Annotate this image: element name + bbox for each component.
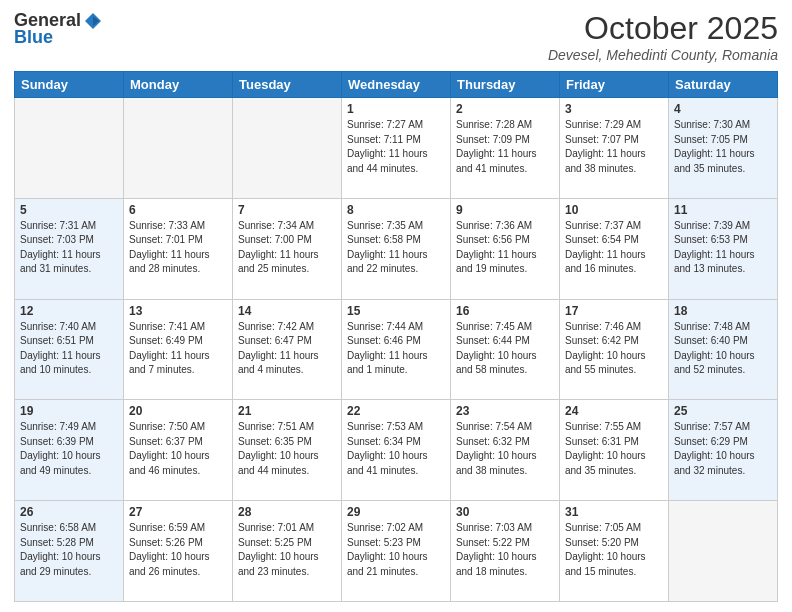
day-headers-row: SundayMondayTuesdayWednesdayThursdayFrid… [15, 72, 778, 98]
day-cell: 14Sunrise: 7:42 AM Sunset: 6:47 PM Dayli… [233, 299, 342, 400]
day-cell: 27Sunrise: 6:59 AM Sunset: 5:26 PM Dayli… [124, 501, 233, 602]
day-info: Sunrise: 7:30 AM Sunset: 7:05 PM Dayligh… [674, 118, 772, 176]
day-info: Sunrise: 7:02 AM Sunset: 5:23 PM Dayligh… [347, 521, 445, 579]
day-number: 26 [20, 505, 118, 519]
col-header-friday: Friday [560, 72, 669, 98]
day-info: Sunrise: 7:49 AM Sunset: 6:39 PM Dayligh… [20, 420, 118, 478]
day-info: Sunrise: 7:51 AM Sunset: 6:35 PM Dayligh… [238, 420, 336, 478]
day-cell: 4Sunrise: 7:30 AM Sunset: 7:05 PM Daylig… [669, 98, 778, 199]
day-number: 13 [129, 304, 227, 318]
day-info: Sunrise: 7:54 AM Sunset: 6:32 PM Dayligh… [456, 420, 554, 478]
day-info: Sunrise: 7:53 AM Sunset: 6:34 PM Dayligh… [347, 420, 445, 478]
day-number: 4 [674, 102, 772, 116]
col-header-thursday: Thursday [451, 72, 560, 98]
calendar-table: SundayMondayTuesdayWednesdayThursdayFrid… [14, 71, 778, 602]
day-number: 17 [565, 304, 663, 318]
day-info: Sunrise: 7:33 AM Sunset: 7:01 PM Dayligh… [129, 219, 227, 277]
day-info: Sunrise: 7:28 AM Sunset: 7:09 PM Dayligh… [456, 118, 554, 176]
day-info: Sunrise: 7:27 AM Sunset: 7:11 PM Dayligh… [347, 118, 445, 176]
day-number: 6 [129, 203, 227, 217]
week-row-1: 1Sunrise: 7:27 AM Sunset: 7:11 PM Daylig… [15, 98, 778, 199]
day-number: 25 [674, 404, 772, 418]
day-cell: 21Sunrise: 7:51 AM Sunset: 6:35 PM Dayli… [233, 400, 342, 501]
day-cell [669, 501, 778, 602]
day-info: Sunrise: 7:29 AM Sunset: 7:07 PM Dayligh… [565, 118, 663, 176]
day-number: 2 [456, 102, 554, 116]
day-cell: 7Sunrise: 7:34 AM Sunset: 7:00 PM Daylig… [233, 198, 342, 299]
day-number: 27 [129, 505, 227, 519]
col-header-monday: Monday [124, 72, 233, 98]
col-header-wednesday: Wednesday [342, 72, 451, 98]
week-row-3: 12Sunrise: 7:40 AM Sunset: 6:51 PM Dayli… [15, 299, 778, 400]
day-cell: 26Sunrise: 6:58 AM Sunset: 5:28 PM Dayli… [15, 501, 124, 602]
day-number: 23 [456, 404, 554, 418]
title-section: October 2025 Devesel, Mehedinti County, … [548, 10, 778, 63]
day-number: 28 [238, 505, 336, 519]
day-number: 21 [238, 404, 336, 418]
day-info: Sunrise: 7:41 AM Sunset: 6:49 PM Dayligh… [129, 320, 227, 378]
day-cell [15, 98, 124, 199]
day-number: 11 [674, 203, 772, 217]
day-info: Sunrise: 7:42 AM Sunset: 6:47 PM Dayligh… [238, 320, 336, 378]
day-number: 9 [456, 203, 554, 217]
logo-blue-text: Blue [14, 27, 53, 48]
day-number: 12 [20, 304, 118, 318]
day-cell: 31Sunrise: 7:05 AM Sunset: 5:20 PM Dayli… [560, 501, 669, 602]
day-number: 15 [347, 304, 445, 318]
day-cell: 19Sunrise: 7:49 AM Sunset: 6:39 PM Dayli… [15, 400, 124, 501]
day-cell: 20Sunrise: 7:50 AM Sunset: 6:37 PM Dayli… [124, 400, 233, 501]
day-number: 31 [565, 505, 663, 519]
day-number: 16 [456, 304, 554, 318]
day-number: 5 [20, 203, 118, 217]
day-cell: 13Sunrise: 7:41 AM Sunset: 6:49 PM Dayli… [124, 299, 233, 400]
day-cell: 25Sunrise: 7:57 AM Sunset: 6:29 PM Dayli… [669, 400, 778, 501]
day-cell: 15Sunrise: 7:44 AM Sunset: 6:46 PM Dayli… [342, 299, 451, 400]
col-header-sunday: Sunday [15, 72, 124, 98]
day-number: 24 [565, 404, 663, 418]
day-info: Sunrise: 7:55 AM Sunset: 6:31 PM Dayligh… [565, 420, 663, 478]
day-cell: 30Sunrise: 7:03 AM Sunset: 5:22 PM Dayli… [451, 501, 560, 602]
day-number: 20 [129, 404, 227, 418]
day-number: 8 [347, 203, 445, 217]
day-number: 1 [347, 102, 445, 116]
col-header-saturday: Saturday [669, 72, 778, 98]
day-cell: 16Sunrise: 7:45 AM Sunset: 6:44 PM Dayli… [451, 299, 560, 400]
day-cell: 11Sunrise: 7:39 AM Sunset: 6:53 PM Dayli… [669, 198, 778, 299]
header: General Blue October 2025 Devesel, Mehed… [14, 10, 778, 63]
day-info: Sunrise: 7:44 AM Sunset: 6:46 PM Dayligh… [347, 320, 445, 378]
day-cell: 22Sunrise: 7:53 AM Sunset: 6:34 PM Dayli… [342, 400, 451, 501]
day-info: Sunrise: 7:03 AM Sunset: 5:22 PM Dayligh… [456, 521, 554, 579]
day-info: Sunrise: 7:45 AM Sunset: 6:44 PM Dayligh… [456, 320, 554, 378]
day-number: 7 [238, 203, 336, 217]
day-cell: 1Sunrise: 7:27 AM Sunset: 7:11 PM Daylig… [342, 98, 451, 199]
logo: General Blue [14, 10, 103, 48]
day-number: 19 [20, 404, 118, 418]
day-cell [124, 98, 233, 199]
day-number: 3 [565, 102, 663, 116]
day-cell: 28Sunrise: 7:01 AM Sunset: 5:25 PM Dayli… [233, 501, 342, 602]
day-cell: 10Sunrise: 7:37 AM Sunset: 6:54 PM Dayli… [560, 198, 669, 299]
day-number: 18 [674, 304, 772, 318]
day-info: Sunrise: 7:48 AM Sunset: 6:40 PM Dayligh… [674, 320, 772, 378]
day-cell: 8Sunrise: 7:35 AM Sunset: 6:58 PM Daylig… [342, 198, 451, 299]
day-info: Sunrise: 7:01 AM Sunset: 5:25 PM Dayligh… [238, 521, 336, 579]
calendar-container: General Blue October 2025 Devesel, Mehed… [0, 0, 792, 612]
day-cell: 5Sunrise: 7:31 AM Sunset: 7:03 PM Daylig… [15, 198, 124, 299]
day-cell: 24Sunrise: 7:55 AM Sunset: 6:31 PM Dayli… [560, 400, 669, 501]
day-info: Sunrise: 7:46 AM Sunset: 6:42 PM Dayligh… [565, 320, 663, 378]
day-info: Sunrise: 7:57 AM Sunset: 6:29 PM Dayligh… [674, 420, 772, 478]
day-info: Sunrise: 6:58 AM Sunset: 5:28 PM Dayligh… [20, 521, 118, 579]
day-info: Sunrise: 7:05 AM Sunset: 5:20 PM Dayligh… [565, 521, 663, 579]
day-info: Sunrise: 7:31 AM Sunset: 7:03 PM Dayligh… [20, 219, 118, 277]
day-info: Sunrise: 6:59 AM Sunset: 5:26 PM Dayligh… [129, 521, 227, 579]
day-cell: 29Sunrise: 7:02 AM Sunset: 5:23 PM Dayli… [342, 501, 451, 602]
month-title: October 2025 [548, 10, 778, 47]
day-cell: 23Sunrise: 7:54 AM Sunset: 6:32 PM Dayli… [451, 400, 560, 501]
day-number: 30 [456, 505, 554, 519]
day-number: 10 [565, 203, 663, 217]
day-cell [233, 98, 342, 199]
day-cell: 2Sunrise: 7:28 AM Sunset: 7:09 PM Daylig… [451, 98, 560, 199]
day-cell: 17Sunrise: 7:46 AM Sunset: 6:42 PM Dayli… [560, 299, 669, 400]
week-row-5: 26Sunrise: 6:58 AM Sunset: 5:28 PM Dayli… [15, 501, 778, 602]
day-number: 14 [238, 304, 336, 318]
